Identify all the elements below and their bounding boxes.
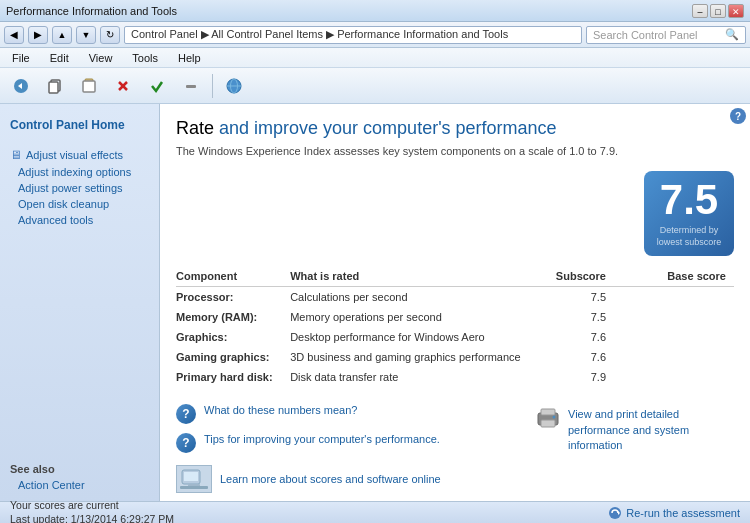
row1-what: Memory operations per second (290, 307, 550, 327)
row4-basescore (614, 367, 734, 387)
links-remote-section: ? What do these numbers mean? ? Tips for… (176, 403, 734, 493)
toolbar-globe[interactable] (219, 71, 249, 101)
sidebar-home-link[interactable]: Control Panel Home (0, 112, 159, 138)
row1-basescore (614, 307, 734, 327)
table-row: Gaming graphics: 3D business and gaming … (176, 347, 734, 367)
svg-rect-17 (541, 409, 555, 415)
minimize-button[interactable]: – (692, 4, 708, 18)
row3-what: 3D business and gaming graphics performa… (290, 347, 550, 367)
toolbar-paste[interactable] (74, 71, 104, 101)
sidebar-item-visual-effects[interactable]: 🖥 Adjust visual effects (0, 146, 159, 164)
sidebar: Control Panel Home 🖥 Adjust visual effec… (0, 104, 160, 501)
table-row: Graphics: Desktop performance for Window… (176, 327, 734, 347)
sidebar-item-advanced-tools[interactable]: Advanced tools (0, 212, 159, 228)
content-area: ? Rate and improve your computer's perfo… (160, 104, 750, 501)
toolbar-minus[interactable] (176, 71, 206, 101)
sidebar-item-disk-cleanup[interactable]: Open disk cleanup (0, 196, 159, 212)
window-title: Performance Information and Tools (6, 5, 177, 17)
status-line1: Your scores are current (10, 499, 174, 513)
address-path[interactable]: Control Panel ▶ All Control Panel Items … (124, 26, 582, 44)
score-label: Determined by lowest subscore (652, 225, 726, 248)
link-row-1: ? Tips for improving your computer's per… (176, 432, 441, 453)
row0-subscore: 7.5 (551, 287, 614, 308)
search-box[interactable]: Search Control Panel 🔍 (586, 26, 746, 44)
status-line2: Last update: 1/13/2014 6:29:27 PM (10, 513, 174, 524)
row2-basescore (614, 327, 734, 347)
svg-rect-18 (541, 420, 555, 427)
toolbar-back[interactable] (6, 71, 36, 101)
title-rate: Rate (176, 118, 219, 138)
toolbar-checkmark[interactable] (142, 71, 172, 101)
menu-view[interactable]: View (85, 52, 117, 64)
row4-component: Primary hard disk: (176, 367, 290, 387)
toolbar-delete[interactable] (108, 71, 138, 101)
link-remote[interactable]: View and print detailed performance and … (568, 407, 734, 453)
rerun-label: Re-run the assessment (626, 507, 740, 519)
back-button[interactable]: ◀ (4, 26, 24, 44)
main-layout: Control Panel Home 🖥 Adjust visual effec… (0, 104, 750, 501)
remote-info: View and print detailed performance and … (534, 407, 734, 453)
sidebar-item-power[interactable]: Adjust power settings (0, 180, 159, 196)
svg-rect-3 (49, 82, 58, 93)
menu-file[interactable]: File (8, 52, 34, 64)
svg-rect-5 (83, 81, 95, 92)
toolbar (0, 68, 750, 104)
status-left: Your scores are current Last update: 1/1… (10, 499, 174, 523)
menu-edit[interactable]: Edit (46, 52, 73, 64)
row4-subscore: 7.9 (551, 367, 614, 387)
statusbar: Your scores are current Last update: 1/1… (0, 501, 750, 523)
table-row: Processor: Calculations per second 7.5 (176, 287, 734, 308)
forward-button[interactable]: ▶ (28, 26, 48, 44)
row3-subscore: 7.6 (551, 347, 614, 367)
table-row: Memory (RAM): Memory operations per seco… (176, 307, 734, 327)
help-icon[interactable]: ? (730, 108, 746, 124)
search-placeholder: Search Control Panel (593, 29, 698, 41)
rerun-button[interactable]: Re-run the assessment (608, 506, 740, 520)
menu-help[interactable]: Help (174, 52, 205, 64)
refresh-button[interactable]: ↻ (100, 26, 120, 44)
question-icon-0: ? (176, 404, 196, 424)
recent-button[interactable]: ▼ (76, 26, 96, 44)
learn-row: Learn more about scores and software onl… (176, 465, 441, 493)
link-learn[interactable]: Learn more about scores and software onl… (220, 472, 441, 487)
row1-component: Memory (RAM): (176, 307, 290, 327)
col-component: Component (176, 266, 290, 287)
svg-rect-15 (180, 486, 208, 489)
menubar: File Edit View Tools Help (0, 48, 750, 68)
score-number: 7.5 (652, 179, 726, 221)
page-title: Rate and improve your computer's perform… (176, 118, 734, 139)
score-section: 7.5 Determined by lowest subscore Compon… (176, 171, 734, 387)
title-main: and improve your computer's performance (219, 118, 557, 138)
sidebar-item-indexing[interactable]: Adjust indexing options (0, 164, 159, 180)
svg-rect-8 (186, 85, 196, 88)
table-row: Primary hard disk: Disk data transfer ra… (176, 367, 734, 387)
row3-component: Gaming graphics: (176, 347, 290, 367)
maximize-button[interactable]: □ (710, 4, 726, 18)
row4-what: Disk data transfer rate (290, 367, 550, 387)
window-controls: – □ ✕ (692, 4, 744, 18)
addressbar: ◀ ▶ ▲ ▼ ↻ Control Panel ▶ All Control Pa… (0, 22, 750, 48)
link-numbers[interactable]: What do these numbers mean? (204, 403, 357, 418)
up-button[interactable]: ▲ (52, 26, 72, 44)
link-tips[interactable]: Tips for improving your computer's perfo… (204, 432, 440, 447)
visual-effects-icon: 🖥 (10, 148, 22, 162)
menu-tools[interactable]: Tools (128, 52, 162, 64)
col-what: What is rated (290, 266, 550, 287)
see-also-label: See also (0, 455, 159, 477)
toolbar-copy[interactable] (40, 71, 70, 101)
col-subscore: Subscore (551, 266, 614, 287)
close-button[interactable]: ✕ (728, 4, 744, 18)
links-section: ? What do these numbers mean? ? Tips for… (176, 403, 441, 453)
row2-what: Desktop performance for Windows Aero (290, 327, 550, 347)
row0-basescore (614, 287, 734, 308)
row2-subscore: 7.6 (551, 327, 614, 347)
row2-component: Graphics: (176, 327, 290, 347)
performance-table: Component What is rated Subscore Base sc… (176, 266, 734, 387)
question-icon-1: ? (176, 433, 196, 453)
row0-what: Calculations per second (290, 287, 550, 308)
row3-basescore (614, 347, 734, 367)
sidebar-action-center[interactable]: Action Center (0, 477, 159, 493)
row1-subscore: 7.5 (551, 307, 614, 327)
toolbar-separator (212, 74, 213, 98)
score-badge: 7.5 Determined by lowest subscore (644, 171, 734, 256)
